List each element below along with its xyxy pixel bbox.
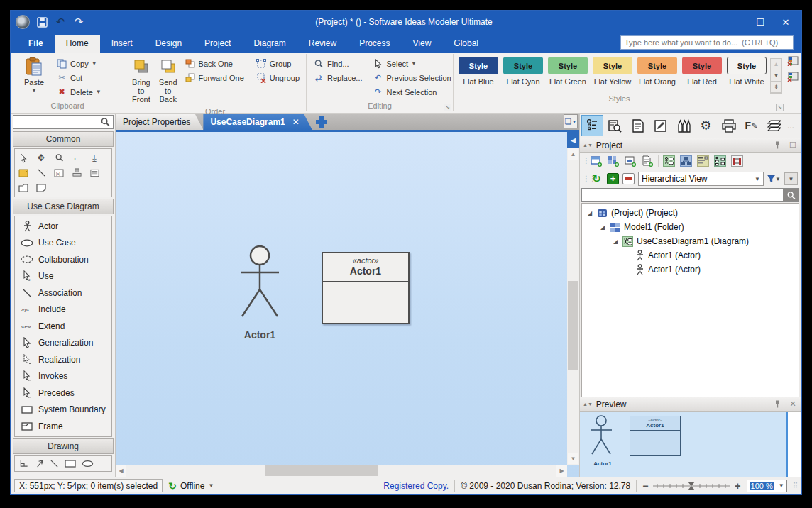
tool-item-actor[interactable]: Actor (15, 218, 111, 235)
style-swatch-button[interactable]: Style (682, 57, 722, 74)
section-header-drawing[interactable]: Drawing (13, 438, 114, 454)
document-tab-project-properties[interactable]: Project Properties (116, 114, 203, 130)
toolbox-search-input[interactable] (13, 116, 97, 128)
flag-tool-icon[interactable] (35, 182, 48, 194)
window-list-icon[interactable]: ❏▼ (564, 114, 578, 128)
style-pens-panel-icon[interactable] (672, 115, 694, 136)
command-search-input[interactable] (620, 35, 794, 50)
close-panel-icon[interactable]: ✕ (788, 399, 798, 409)
send-to-back-button[interactable]: Send to Back (155, 55, 181, 105)
add-tab-button[interactable] (314, 116, 329, 128)
canvas-vertical-scrollbar[interactable]: ◀ ▲ ▼ (567, 132, 579, 465)
expand-all-icon[interactable]: + (607, 173, 619, 184)
add-folder-icon[interactable] (607, 155, 620, 167)
view-mode-select[interactable]: Hierarchical View ▼ (638, 172, 764, 186)
diagram-canvas[interactable]: Actor1 «actor» Actor1 ◀ ▲ ▼ ◀ (116, 132, 579, 477)
tree-expander-icon[interactable]: ◢ (599, 224, 606, 231)
note-tool-icon[interactable] (17, 167, 30, 179)
actor-shape[interactable]: Actor1 (235, 245, 285, 341)
menu-tab-home[interactable]: Home (55, 35, 100, 53)
tree-node[interactable]: Actor1 (Actor) (582, 263, 799, 277)
find-results-panel-icon[interactable] (604, 115, 626, 136)
insert-tool-icon[interactable]: ⤓ (88, 152, 101, 164)
container-tool-icon[interactable] (17, 182, 30, 194)
tree-node[interactable]: ◢(Project) (Project) (582, 206, 799, 220)
edit-note-panel-icon[interactable] (649, 115, 671, 136)
line-tool-icon[interactable] (35, 167, 48, 179)
project-search-input[interactable] (582, 189, 783, 201)
tool-item-precedes[interactable]: Precedes (15, 385, 111, 402)
scroll-right-icon[interactable]: ▶ (556, 465, 567, 477)
add-document-icon[interactable] (641, 155, 654, 167)
tool-item-system-boundary[interactable]: System Boundary (15, 402, 111, 419)
styles-dialog-launcher-icon[interactable]: ↘ (776, 104, 784, 111)
tool-item-realization[interactable]: Realization (15, 351, 111, 368)
menu-tab-process[interactable]: Process (348, 35, 401, 53)
zoom-tool-icon[interactable] (53, 152, 65, 164)
zoom-level-select[interactable]: 100 % ▼ (747, 480, 787, 492)
style-swatch-button[interactable]: Style (637, 57, 677, 74)
group-button[interactable]: Group (253, 57, 302, 70)
toolbar-overflow-icon[interactable]: ▼ (784, 172, 798, 185)
actor-class-shape[interactable]: «actor» Actor1 (322, 252, 410, 324)
tool-item-generalization[interactable]: Generalization (15, 335, 111, 352)
menu-tab-diagram[interactable]: Diagram (242, 35, 297, 53)
select-button[interactable]: Select▼ (371, 57, 454, 70)
image-tool-icon[interactable]: [a] (53, 167, 65, 179)
next-selection-button[interactable]: ↷ Next Selection (371, 86, 454, 98)
panel-reorder-icon[interactable]: ▲▼ (583, 143, 593, 148)
horizontal-scroll-thumb[interactable] (265, 465, 378, 476)
layers-panel-icon[interactable] (763, 115, 785, 136)
minimize-button[interactable]: — (723, 13, 747, 31)
tool-item-use[interactable]: uUse (15, 268, 111, 285)
refresh-icon[interactable]: ↻ (590, 172, 603, 185)
menu-tab-view[interactable]: View (402, 35, 443, 53)
scroll-left-icon[interactable]: ◀ (116, 465, 126, 477)
format-painter-tool-icon[interactable]: ⌐ (70, 152, 83, 164)
maximize-panel-icon[interactable]: ☐ (788, 140, 798, 150)
ellipse-tool-icon[interactable] (82, 460, 94, 468)
cut-button[interactable]: ✂ Cut (54, 72, 104, 84)
tool-item-invokes[interactable]: Invokes (15, 368, 111, 385)
arrow-tool-icon[interactable] (35, 459, 44, 468)
tree-node[interactable]: Actor1 (Actor) (582, 248, 799, 263)
flow-diagram-type-icon[interactable] (679, 155, 693, 167)
style-swatch-button[interactable]: Style (459, 57, 498, 74)
polyline-tool-icon[interactable] (19, 459, 29, 468)
collapse-all-icon[interactable] (622, 173, 635, 184)
gallery-scroll-down-icon[interactable]: ▼ (771, 70, 781, 82)
delete-button[interactable]: ✖ Delete▼ (54, 86, 104, 98)
previous-selection-button[interactable]: ↶ Previous Selection (371, 72, 454, 84)
section-header-common[interactable]: Common (13, 131, 114, 147)
tree-expander-icon[interactable]: ◢ (612, 238, 619, 245)
tool-item-association[interactable]: Association (15, 285, 111, 302)
zoom-slider[interactable] (652, 481, 731, 491)
pin-icon[interactable] (774, 400, 784, 408)
use-case-diagram-type-icon[interactable] (662, 155, 676, 167)
project-search-icon[interactable] (783, 189, 799, 201)
menu-tab-design[interactable]: Design (144, 35, 193, 53)
style-manager-icon[interactable] (787, 55, 799, 67)
bring-to-front-button[interactable]: Bring to Front (128, 55, 154, 105)
text-tool-icon[interactable] (88, 167, 101, 179)
tool-item-include[interactable]: «i»Include (15, 302, 111, 319)
style-swatch-button[interactable]: Style (727, 57, 767, 74)
save-icon[interactable] (35, 16, 48, 28)
select-dropdown-icon[interactable]: ▼ (411, 60, 417, 67)
er-diagram-type-icon[interactable] (730, 155, 744, 167)
scroll-down-icon[interactable]: ▼ (568, 453, 578, 464)
close-tab-icon[interactable]: ✕ (292, 117, 300, 127)
collapse-panel-icon[interactable]: ◀ (567, 132, 579, 148)
tool-item-extend[interactable]: «e»Extend (15, 318, 111, 335)
redo-icon[interactable]: ↷ (72, 16, 85, 28)
undo-icon[interactable]: ↶ (54, 16, 67, 28)
list-diagram-type-icon[interactable] (696, 155, 710, 167)
toolbox-search-icon[interactable] (97, 116, 113, 128)
forward-one-button[interactable]: Forward One (182, 72, 246, 84)
add-diagram-icon[interactable] (590, 155, 603, 167)
back-one-button[interactable]: Back One (182, 57, 246, 70)
menu-tab-file[interactable]: File (17, 35, 55, 53)
paste-button[interactable]: Paste ▼ (16, 55, 53, 96)
menu-tab-insert[interactable]: Insert (100, 35, 144, 53)
editing-dialog-launcher-icon[interactable]: ↘ (444, 104, 451, 111)
